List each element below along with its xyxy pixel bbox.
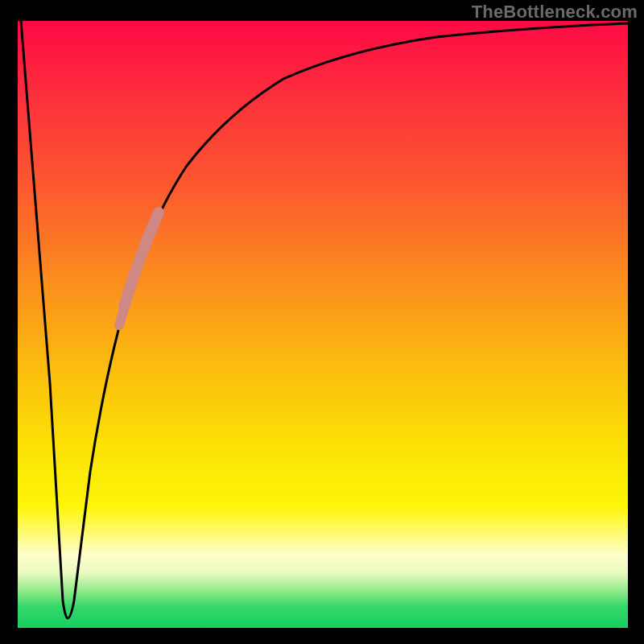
chart-frame: TheBottleneck.com — [0, 0, 644, 644]
bottleneck-curve — [21, 21, 628, 618]
highlight-segment — [124, 213, 159, 307]
highlight-segment-dot — [119, 309, 124, 325]
watermark-text: TheBottleneck.com — [472, 2, 638, 23]
chart-svg — [18, 21, 628, 628]
